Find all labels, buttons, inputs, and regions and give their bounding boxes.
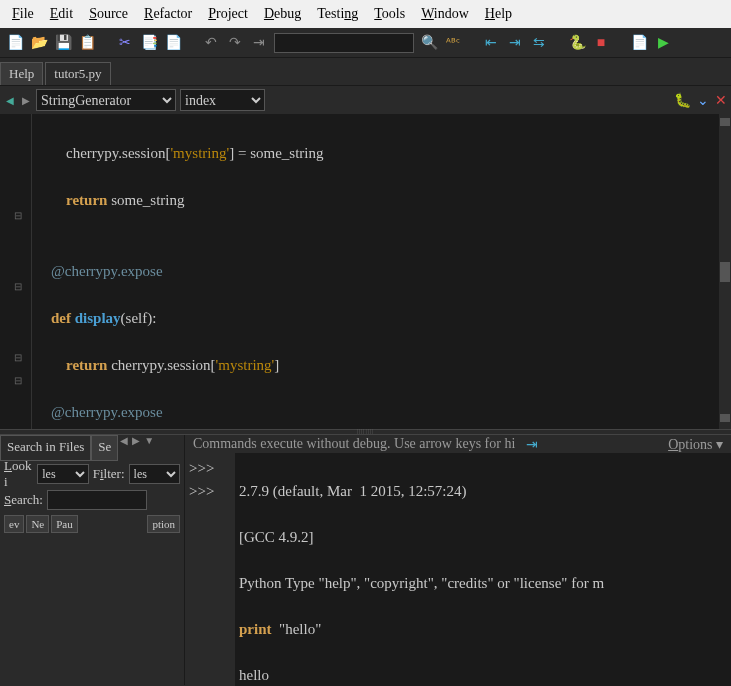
- fold-icon[interactable]: ⊟: [14, 352, 22, 363]
- python-shell[interactable]: >>> >>> 2.7.9 (default, Mar 1 2015, 12:5…: [185, 453, 731, 686]
- gutter: ⊟ ⊟ ⊟ ⊟: [0, 114, 32, 429]
- filter-label: Filter:: [93, 466, 125, 482]
- search-field[interactable]: [47, 490, 147, 510]
- splitter[interactable]: [0, 429, 731, 435]
- save-all-icon[interactable]: 📋: [78, 34, 96, 52]
- comment-icon[interactable]: ⇆: [530, 34, 548, 52]
- menu-testing[interactable]: Testing: [309, 4, 366, 24]
- search-input[interactable]: [274, 33, 414, 53]
- look-in-select[interactable]: les: [37, 464, 88, 484]
- btn-option[interactable]: ption: [147, 515, 180, 533]
- btn-pau[interactable]: Pau: [51, 515, 78, 533]
- menu-refactor[interactable]: Refactor: [136, 4, 200, 24]
- copy-icon[interactable]: 📑: [140, 34, 158, 52]
- chevron-down-icon[interactable]: ▼: [142, 435, 156, 461]
- tab-file[interactable]: tutor5.py: [45, 62, 110, 85]
- abc-icon[interactable]: ᴬᴮᶜ: [444, 34, 462, 52]
- menu-help[interactable]: Help: [477, 4, 520, 24]
- dedent-icon[interactable]: ⇥: [523, 435, 541, 453]
- menu-source[interactable]: Source: [81, 4, 136, 24]
- stop-icon[interactable]: ■: [592, 34, 610, 52]
- python-icon[interactable]: 🐍: [568, 34, 586, 52]
- redo-icon[interactable]: ↷: [226, 34, 244, 52]
- indent-icon[interactable]: ⇤: [482, 34, 500, 52]
- look-in-label: Look i: [4, 458, 33, 490]
- menu-file[interactable]: File: [4, 4, 42, 24]
- shell-output: 2.7.9 (default, Mar 1 2015, 12:57:24) [G…: [235, 453, 731, 686]
- method-selector[interactable]: index: [180, 89, 265, 111]
- btn-ne[interactable]: Ne: [26, 515, 49, 533]
- class-selector[interactable]: StringGenerator: [36, 89, 176, 111]
- nav-fwd-icon[interactable]: ▶: [20, 95, 32, 106]
- fold-icon[interactable]: ⊟: [14, 281, 22, 292]
- chevron-down-icon[interactable]: ⌄: [697, 92, 709, 109]
- run-icon[interactable]: ▶: [654, 34, 672, 52]
- fold-icon[interactable]: ⊟: [14, 210, 22, 221]
- scrollbar-vertical[interactable]: [719, 114, 731, 429]
- search-icon[interactable]: 🔍: [420, 34, 438, 52]
- menu-debug[interactable]: Debug: [256, 4, 309, 24]
- options-menu[interactable]: Options ▾: [668, 436, 723, 453]
- menu-edit[interactable]: Edit: [42, 4, 81, 24]
- tab-bar: Help tutor5.py: [0, 58, 731, 86]
- bug-icon[interactable]: 🐛: [674, 92, 691, 109]
- left-panel: Search in Files Se ◀ ▶ ▼ Look i les Filt…: [0, 435, 185, 685]
- btn-ev[interactable]: ev: [4, 515, 24, 533]
- undo-icon[interactable]: ↶: [202, 34, 220, 52]
- paste-icon[interactable]: 📄: [164, 34, 182, 52]
- tab-help[interactable]: Help: [0, 62, 43, 85]
- code-content: cherrypy.session['mystring'] = some_stri…: [36, 118, 717, 429]
- shell-gutter: >>> >>>: [185, 453, 235, 686]
- nav-row: ◀ ▶ StringGenerator index 🐛 ⌄ ✕: [0, 86, 731, 114]
- cut-icon[interactable]: ✂: [116, 34, 134, 52]
- search-label: Search:: [4, 492, 43, 508]
- save-icon[interactable]: 💾: [54, 34, 72, 52]
- goto-icon[interactable]: ⇥: [250, 34, 268, 52]
- toolbar: 📄 📂 💾 📋 ✂ 📑 📄 ↶ ↷ ⇥ 🔍 ᴬᴮᶜ ⇤ ⇥ ⇆ 🐍 ■ 📄 ▶: [0, 28, 731, 58]
- shell-hint: Commands execute without debug. Use arro…: [193, 436, 515, 452]
- chevron-left-icon[interactable]: ◀: [118, 435, 130, 461]
- menu-bar: File Edit Source Refactor Project Debug …: [0, 0, 731, 28]
- right-panel: Debug I/O Debug Probe Watch Modules Pyth…: [185, 435, 731, 685]
- nav-back-icon[interactable]: ◀: [4, 95, 16, 106]
- tab-se[interactable]: Se: [91, 435, 118, 461]
- code-editor[interactable]: ⊟ ⊟ ⊟ ⊟ cherrypy.session['mystring'] = s…: [0, 114, 731, 429]
- menu-project[interactable]: Project: [200, 4, 256, 24]
- fold-icon[interactable]: ⊟: [14, 375, 22, 386]
- close-icon[interactable]: ✕: [715, 92, 727, 109]
- chevron-right-icon[interactable]: ▶: [130, 435, 142, 461]
- filter-select[interactable]: les: [129, 464, 180, 484]
- menu-window[interactable]: Window: [413, 4, 477, 24]
- doc-icon[interactable]: 📄: [630, 34, 648, 52]
- menu-tools[interactable]: Tools: [366, 4, 413, 24]
- dedent-icon[interactable]: ⇥: [506, 34, 524, 52]
- new-file-icon[interactable]: 📄: [6, 34, 24, 52]
- open-icon[interactable]: 📂: [30, 34, 48, 52]
